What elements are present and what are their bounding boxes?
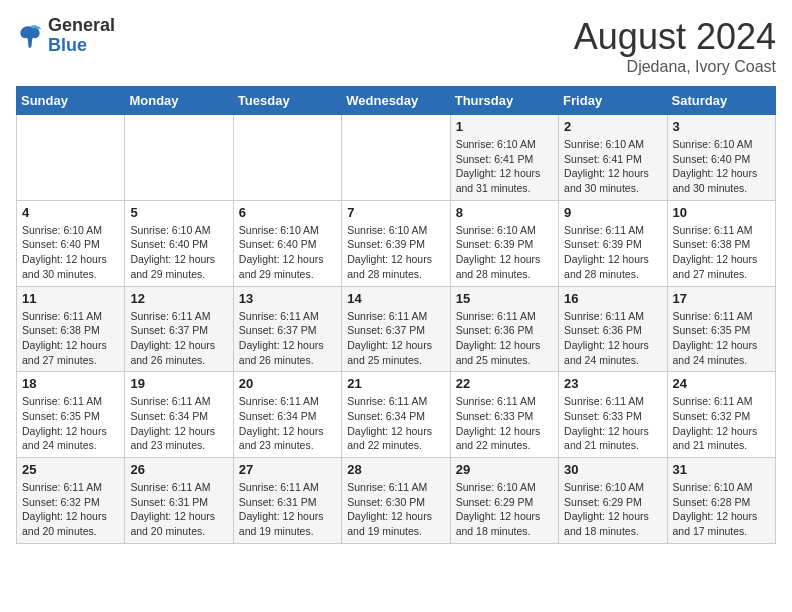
day-info: Sunrise: 6:11 AM Sunset: 6:33 PM Dayligh… (564, 394, 661, 453)
weekday-header: Monday (125, 87, 233, 115)
weekday-header: Friday (559, 87, 667, 115)
day-info: Sunrise: 6:10 AM Sunset: 6:40 PM Dayligh… (130, 223, 227, 282)
day-number: 5 (130, 205, 227, 220)
day-info: Sunrise: 6:11 AM Sunset: 6:34 PM Dayligh… (347, 394, 444, 453)
calendar-cell: 3Sunrise: 6:10 AM Sunset: 6:40 PM Daylig… (667, 115, 775, 201)
day-info: Sunrise: 6:10 AM Sunset: 6:28 PM Dayligh… (673, 480, 770, 539)
day-number: 9 (564, 205, 661, 220)
day-number: 25 (22, 462, 119, 477)
logo-bird-icon (16, 22, 44, 50)
calendar-cell: 20Sunrise: 6:11 AM Sunset: 6:34 PM Dayli… (233, 372, 341, 458)
calendar-cell: 4Sunrise: 6:10 AM Sunset: 6:40 PM Daylig… (17, 200, 125, 286)
calendar-cell: 14Sunrise: 6:11 AM Sunset: 6:37 PM Dayli… (342, 286, 450, 372)
day-info: Sunrise: 6:11 AM Sunset: 6:36 PM Dayligh… (564, 309, 661, 368)
day-info: Sunrise: 6:10 AM Sunset: 6:40 PM Dayligh… (239, 223, 336, 282)
calendar-cell (125, 115, 233, 201)
month-year-title: August 2024 (574, 16, 776, 58)
day-number: 16 (564, 291, 661, 306)
day-number: 2 (564, 119, 661, 134)
calendar-cell: 1Sunrise: 6:10 AM Sunset: 6:41 PM Daylig… (450, 115, 558, 201)
day-info: Sunrise: 6:11 AM Sunset: 6:30 PM Dayligh… (347, 480, 444, 539)
day-info: Sunrise: 6:10 AM Sunset: 6:39 PM Dayligh… (456, 223, 553, 282)
day-info: Sunrise: 6:11 AM Sunset: 6:35 PM Dayligh… (673, 309, 770, 368)
calendar-cell: 7Sunrise: 6:10 AM Sunset: 6:39 PM Daylig… (342, 200, 450, 286)
calendar-cell: 18Sunrise: 6:11 AM Sunset: 6:35 PM Dayli… (17, 372, 125, 458)
day-number: 27 (239, 462, 336, 477)
day-info: Sunrise: 6:11 AM Sunset: 6:36 PM Dayligh… (456, 309, 553, 368)
day-number: 3 (673, 119, 770, 134)
day-info: Sunrise: 6:11 AM Sunset: 6:31 PM Dayligh… (239, 480, 336, 539)
day-info: Sunrise: 6:11 AM Sunset: 6:34 PM Dayligh… (130, 394, 227, 453)
calendar-cell: 11Sunrise: 6:11 AM Sunset: 6:38 PM Dayli… (17, 286, 125, 372)
calendar-cell: 9Sunrise: 6:11 AM Sunset: 6:39 PM Daylig… (559, 200, 667, 286)
day-info: Sunrise: 6:11 AM Sunset: 6:34 PM Dayligh… (239, 394, 336, 453)
weekday-header: Wednesday (342, 87, 450, 115)
calendar-cell: 25Sunrise: 6:11 AM Sunset: 6:32 PM Dayli… (17, 458, 125, 544)
calendar-cell: 26Sunrise: 6:11 AM Sunset: 6:31 PM Dayli… (125, 458, 233, 544)
location-subtitle: Djedana, Ivory Coast (574, 58, 776, 76)
day-number: 29 (456, 462, 553, 477)
title-block: August 2024 Djedana, Ivory Coast (574, 16, 776, 76)
calendar-header-row: SundayMondayTuesdayWednesdayThursdayFrid… (17, 87, 776, 115)
day-number: 24 (673, 376, 770, 391)
weekday-header: Sunday (17, 87, 125, 115)
day-info: Sunrise: 6:11 AM Sunset: 6:32 PM Dayligh… (673, 394, 770, 453)
day-number: 12 (130, 291, 227, 306)
calendar-cell: 16Sunrise: 6:11 AM Sunset: 6:36 PM Dayli… (559, 286, 667, 372)
calendar-cell: 22Sunrise: 6:11 AM Sunset: 6:33 PM Dayli… (450, 372, 558, 458)
day-info: Sunrise: 6:11 AM Sunset: 6:33 PM Dayligh… (456, 394, 553, 453)
day-number: 26 (130, 462, 227, 477)
calendar-cell: 6Sunrise: 6:10 AM Sunset: 6:40 PM Daylig… (233, 200, 341, 286)
day-number: 6 (239, 205, 336, 220)
calendar-cell: 19Sunrise: 6:11 AM Sunset: 6:34 PM Dayli… (125, 372, 233, 458)
day-number: 22 (456, 376, 553, 391)
day-number: 13 (239, 291, 336, 306)
weekday-header: Tuesday (233, 87, 341, 115)
weekday-header: Saturday (667, 87, 775, 115)
day-info: Sunrise: 6:10 AM Sunset: 6:29 PM Dayligh… (456, 480, 553, 539)
day-number: 10 (673, 205, 770, 220)
calendar-week-row: 18Sunrise: 6:11 AM Sunset: 6:35 PM Dayli… (17, 372, 776, 458)
calendar-cell: 17Sunrise: 6:11 AM Sunset: 6:35 PM Dayli… (667, 286, 775, 372)
day-info: Sunrise: 6:11 AM Sunset: 6:35 PM Dayligh… (22, 394, 119, 453)
day-info: Sunrise: 6:11 AM Sunset: 6:37 PM Dayligh… (347, 309, 444, 368)
calendar-table: SundayMondayTuesdayWednesdayThursdayFrid… (16, 86, 776, 544)
logo: General Blue (16, 16, 115, 56)
calendar-cell: 5Sunrise: 6:10 AM Sunset: 6:40 PM Daylig… (125, 200, 233, 286)
calendar-cell: 27Sunrise: 6:11 AM Sunset: 6:31 PM Dayli… (233, 458, 341, 544)
day-info: Sunrise: 6:11 AM Sunset: 6:38 PM Dayligh… (673, 223, 770, 282)
day-number: 18 (22, 376, 119, 391)
day-info: Sunrise: 6:11 AM Sunset: 6:32 PM Dayligh… (22, 480, 119, 539)
day-number: 31 (673, 462, 770, 477)
calendar-cell: 23Sunrise: 6:11 AM Sunset: 6:33 PM Dayli… (559, 372, 667, 458)
calendar-cell: 10Sunrise: 6:11 AM Sunset: 6:38 PM Dayli… (667, 200, 775, 286)
calendar-week-row: 4Sunrise: 6:10 AM Sunset: 6:40 PM Daylig… (17, 200, 776, 286)
day-number: 30 (564, 462, 661, 477)
logo-blue-text: Blue (48, 35, 87, 55)
day-number: 1 (456, 119, 553, 134)
day-number: 15 (456, 291, 553, 306)
day-info: Sunrise: 6:10 AM Sunset: 6:40 PM Dayligh… (22, 223, 119, 282)
calendar-cell: 21Sunrise: 6:11 AM Sunset: 6:34 PM Dayli… (342, 372, 450, 458)
day-number: 19 (130, 376, 227, 391)
day-info: Sunrise: 6:11 AM Sunset: 6:37 PM Dayligh… (239, 309, 336, 368)
calendar-cell (17, 115, 125, 201)
day-info: Sunrise: 6:11 AM Sunset: 6:39 PM Dayligh… (564, 223, 661, 282)
day-info: Sunrise: 6:10 AM Sunset: 6:40 PM Dayligh… (673, 137, 770, 196)
day-number: 8 (456, 205, 553, 220)
day-number: 20 (239, 376, 336, 391)
day-info: Sunrise: 6:11 AM Sunset: 6:31 PM Dayligh… (130, 480, 227, 539)
calendar-cell: 15Sunrise: 6:11 AM Sunset: 6:36 PM Dayli… (450, 286, 558, 372)
calendar-cell (233, 115, 341, 201)
day-info: Sunrise: 6:10 AM Sunset: 6:41 PM Dayligh… (564, 137, 661, 196)
day-info: Sunrise: 6:11 AM Sunset: 6:37 PM Dayligh… (130, 309, 227, 368)
day-number: 11 (22, 291, 119, 306)
day-number: 23 (564, 376, 661, 391)
calendar-cell: 2Sunrise: 6:10 AM Sunset: 6:41 PM Daylig… (559, 115, 667, 201)
calendar-cell: 12Sunrise: 6:11 AM Sunset: 6:37 PM Dayli… (125, 286, 233, 372)
calendar-week-row: 25Sunrise: 6:11 AM Sunset: 6:32 PM Dayli… (17, 458, 776, 544)
calendar-cell (342, 115, 450, 201)
calendar-week-row: 11Sunrise: 6:11 AM Sunset: 6:38 PM Dayli… (17, 286, 776, 372)
calendar-cell: 24Sunrise: 6:11 AM Sunset: 6:32 PM Dayli… (667, 372, 775, 458)
day-number: 7 (347, 205, 444, 220)
